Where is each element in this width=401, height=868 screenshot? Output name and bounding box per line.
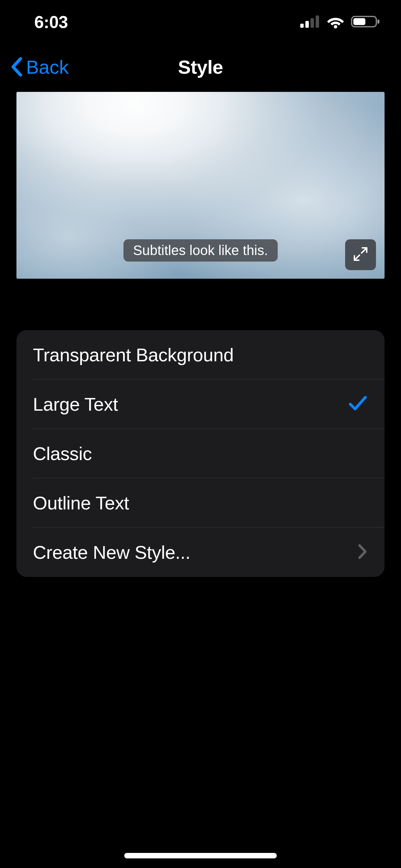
svg-point-4 bbox=[334, 25, 337, 28]
svg-rect-0 bbox=[300, 24, 304, 28]
wifi-icon bbox=[326, 15, 345, 30]
svg-rect-3 bbox=[316, 15, 319, 28]
status-icon-group bbox=[300, 15, 380, 30]
back-button-label: Back bbox=[26, 56, 69, 78]
chevron-right-icon bbox=[358, 544, 367, 561]
nav-bar: Back Style bbox=[0, 45, 401, 89]
svg-line-8 bbox=[362, 248, 367, 253]
svg-rect-6 bbox=[353, 18, 365, 25]
create-new-style[interactable]: Create New Style... bbox=[16, 528, 385, 577]
subtitle-sample: Subtitles look like this. bbox=[123, 239, 278, 262]
back-chevron-icon bbox=[10, 57, 24, 77]
style-option-label: Large Text bbox=[33, 394, 118, 415]
svg-rect-2 bbox=[311, 18, 314, 28]
create-new-style-label: Create New Style... bbox=[33, 542, 190, 563]
svg-line-9 bbox=[354, 255, 360, 260]
style-option-classic[interactable]: Classic bbox=[16, 429, 385, 478]
style-option-transparent-background[interactable]: Transparent Background bbox=[16, 330, 385, 379]
page-title: Style bbox=[178, 56, 223, 78]
style-list: Transparent Background Large Text Classi… bbox=[16, 330, 385, 577]
back-button[interactable]: Back bbox=[10, 56, 69, 78]
expand-button[interactable] bbox=[345, 239, 376, 270]
style-option-label: Transparent Background bbox=[33, 344, 234, 365]
style-option-outline-text[interactable]: Outline Text bbox=[16, 478, 385, 528]
expand-icon bbox=[353, 246, 368, 263]
style-option-large-text[interactable]: Large Text bbox=[16, 379, 385, 429]
style-option-label: Classic bbox=[33, 443, 92, 464]
home-indicator[interactable] bbox=[124, 853, 277, 858]
cellular-signal-icon bbox=[300, 15, 320, 29]
battery-icon bbox=[351, 15, 380, 30]
checkmark-icon bbox=[348, 395, 367, 414]
svg-rect-7 bbox=[377, 20, 379, 24]
status-time: 6:03 bbox=[34, 12, 68, 32]
style-option-label: Outline Text bbox=[33, 492, 129, 514]
svg-rect-1 bbox=[305, 21, 309, 28]
status-bar: 6:03 bbox=[0, 0, 401, 45]
style-preview: Subtitles look like this. bbox=[16, 92, 385, 279]
